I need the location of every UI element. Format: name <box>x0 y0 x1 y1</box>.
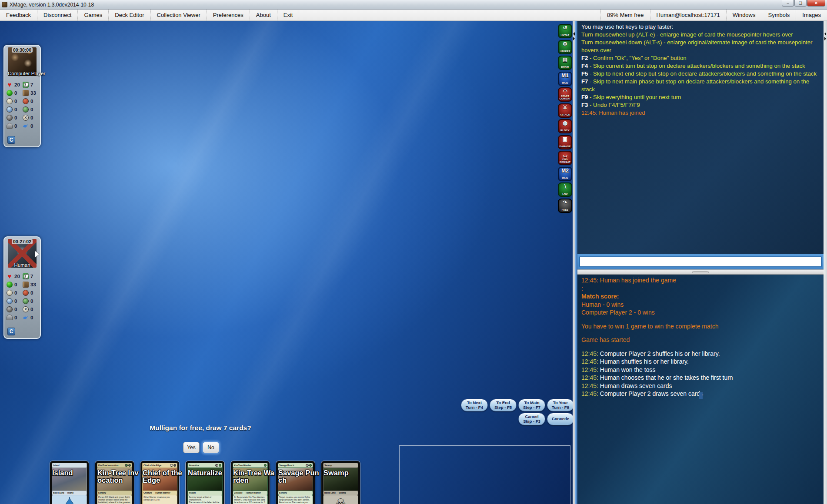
phase-button-end[interactable]: ∖ END <box>558 182 572 197</box>
hand-card-island[interactable]: IslandBasic Land — IslandIsland <box>50 461 89 504</box>
chat-input[interactable] <box>579 256 822 267</box>
skip-button-to-end-step-f5[interactable]: To EndStep - F5 <box>490 399 517 411</box>
hand-card-kin-tree-invocation[interactable]: Kin-Tree InvocationSorceryPut an X/X bla… <box>95 461 134 504</box>
phase-button-block[interactable]: ◍ BLOCK <box>558 119 572 133</box>
card-name: Naturalize1 <box>188 463 222 468</box>
player-panel-computer-player[interactable]: 00:30:00 Computer Player ♥ 20 7 0 33 0 0… <box>3 45 41 147</box>
stat-value: 0 <box>30 115 33 120</box>
hotkey-label: F2 <box>581 55 588 61</box>
chat-timestamp: 12:45: <box>581 390 598 397</box>
minimize-button[interactable]: ‒ <box>782 0 794 7</box>
phase-button-attack[interactable]: ⚔ ATTACK <box>558 103 572 118</box>
hand-card-naturalize[interactable]: Naturalize1InstantDestroy target artifac… <box>186 461 224 504</box>
player-stat: X 0 <box>23 305 38 313</box>
splitter-grip-icon[interactable] <box>692 271 709 273</box>
graveyard-icon <box>7 315 13 320</box>
phase-button-start-combat[interactable]: ◠ START COMBAT <box>558 87 572 102</box>
skip-button-to-main-step-f7[interactable]: To MainStep - F7 <box>518 399 545 411</box>
skip-button-to-your-turn-f9[interactable]: To YourTurn - F9 <box>547 399 573 411</box>
close-button[interactable]: ✕ <box>807 0 825 7</box>
phase-button-pass[interactable]: ↷ PASS <box>558 199 572 213</box>
maximize-button[interactable]: ❏ <box>794 0 807 7</box>
graveyard-icon <box>7 123 13 129</box>
collapse-right-icon[interactable] <box>573 37 575 40</box>
chat-message: Game has started <box>581 336 820 344</box>
help-text: Turn mousewheel down (ALT-s) - enlarge o… <box>581 39 812 53</box>
menu-item-deck-editor[interactable]: Deck Editor <box>109 10 150 20</box>
menu-item-feedback[interactable]: Feedback <box>0 10 37 20</box>
menu-item-label: Images <box>802 12 821 18</box>
generic-mana-icon: 1 <box>215 464 218 467</box>
hand-card-chief-of-the-edge[interactable]: Chief of the EdgeCreature — Human Warrio… <box>140 461 179 504</box>
collapse-left-icon[interactable] <box>824 32 826 36</box>
player-stats: ♥ 20 7 0 33 0 0 0 0 0 X 0 0 0 <box>7 272 38 322</box>
chat-message: Human - 0 wins <box>581 301 820 309</box>
life-icon: ♥ <box>7 82 13 88</box>
chat-text: Computer Player 2 shuffles his or her li… <box>598 350 720 357</box>
phase-button-damage[interactable]: ▣ DAMAGE <box>558 135 572 149</box>
log-splitter[interactable] <box>577 269 824 275</box>
hand-card-savage-punch[interactable]: Savage Punch1SorceryTarget creature you … <box>276 461 315 504</box>
player-options-button[interactable]: C <box>7 136 15 144</box>
collapse-left-icon[interactable] <box>573 32 575 36</box>
card-text-box: G: Regenerate Kin-Tree Warden.Morph G (Y… <box>233 495 267 504</box>
chat-text: You have to win 1 game to win the comple… <box>581 323 718 330</box>
battlefield[interactable]: Mulligan for free, draw 7 cards? Yes No … <box>0 21 573 504</box>
no-button[interactable]: No <box>203 442 219 453</box>
help-line: Turn mousewheel up (ALT-e) - enlarge ima… <box>581 31 820 39</box>
panel-splitter-right[interactable] <box>824 21 827 504</box>
menu-right: 89% Mem freeHuman@localhost:17171Windows… <box>600 10 827 20</box>
menu-item-label: Games <box>84 12 102 18</box>
menu-item-symbols[interactable]: Symbols <box>762 10 796 20</box>
avatar-wrap: 00:27:02 Human <box>8 239 37 269</box>
chat-text: Human shuffles his or her library. <box>598 358 689 365</box>
card-type-line: Basic Land — Swamp <box>323 491 358 495</box>
menu-item-preferences[interactable]: Preferences <box>207 10 250 20</box>
hotkey-label: F9 <box>581 94 588 100</box>
phase-button-draw[interactable]: ▤ DRAW <box>558 56 572 70</box>
menu-item-games[interactable]: Games <box>78 10 109 20</box>
card-type-line: Basic Land — Island <box>52 491 87 495</box>
player-stat: X 0 <box>23 113 38 122</box>
skip-button-to-next-turn-f4[interactable]: To NextTurn - F4 <box>461 399 488 411</box>
phase-label: MAIN <box>562 82 568 85</box>
help-line: F7 - Skip to next main phase but stop on… <box>581 78 820 93</box>
menu-item-about[interactable]: About <box>250 10 277 20</box>
menu-item-exit[interactable]: Exit <box>277 10 300 20</box>
card-text-box: Target creature you control fights targe… <box>278 495 313 504</box>
menu-item-images[interactable]: Images <box>796 10 827 20</box>
phase-button-end-combat[interactable]: ◡ END COMBAT <box>558 151 572 165</box>
yes-button[interactable]: Yes <box>183 442 200 453</box>
player-stat: 0 <box>23 122 38 130</box>
hotkey-label: F5 <box>581 70 588 77</box>
phase-button-upkeep[interactable]: ⚙ UPKEEP <box>558 40 572 54</box>
menu-item-windows[interactable]: Windows <box>726 10 762 20</box>
phase-label: BLOCK <box>560 129 570 132</box>
phase-button-main-2[interactable]: M2 MAIN <box>558 167 572 181</box>
help-line: F2 - Confirm "Ok", "Yes" or "Done" butto… <box>581 54 820 62</box>
stat-value: 33 <box>30 90 36 96</box>
poison-icon <box>7 90 13 96</box>
menu-item-collection-viewer[interactable]: Collection Viewer <box>151 10 207 20</box>
phase-button-untap[interactable]: ↺ UNTAP <box>558 24 572 38</box>
poison-icon <box>7 282 13 288</box>
menu-item-disconnect[interactable]: Disconnect <box>37 10 78 20</box>
player-panel-human[interactable]: 00:27:02 Human ♥ 20 7 0 33 0 0 0 0 0 X 0… <box>3 236 41 339</box>
stack-zone <box>399 445 570 504</box>
hybrid-bg-mana-icon <box>128 464 131 467</box>
player-options-button[interactable]: C <box>7 328 15 335</box>
stat-value: 7 <box>30 82 33 87</box>
chat-text: : <box>581 285 583 292</box>
hand-card-swamp[interactable]: SwampBasic Land — Swamp☠Swamp <box>321 461 360 504</box>
blue-mana-icon <box>7 298 13 304</box>
phase-button-main-1[interactable]: M1 MAIN <box>558 72 572 86</box>
card-text-box: Other Warrior creatures you control get … <box>143 495 177 504</box>
collapse-right-icon[interactable] <box>824 37 826 40</box>
skip-button-cancel-skip-f3[interactable]: CancelSkip - F3 <box>518 413 545 425</box>
player-stat: 0 <box>7 288 22 297</box>
hand-card-kin-tree-warden[interactable]: Kin-Tree WardenCreature — Human WarriorG… <box>231 461 270 504</box>
skip-button-concede[interactable]: Concede <box>547 413 573 425</box>
menu-item-label: Feedback <box>6 12 31 18</box>
chat-text: 12:45: Human has joined the game <box>581 277 676 284</box>
chat-text: Human draws seven cards <box>598 382 672 389</box>
